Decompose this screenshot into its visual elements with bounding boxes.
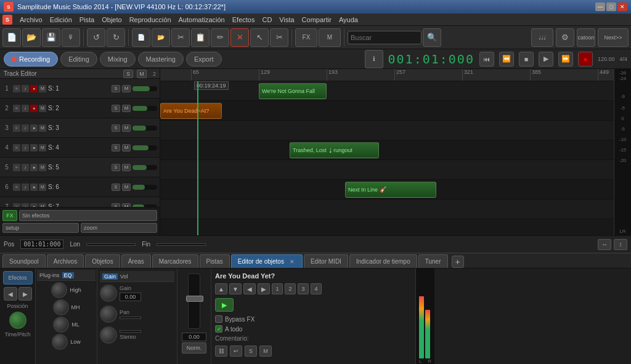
mastering-mode-button[interactable]: Mastering bbox=[138, 52, 184, 67]
nav-down-button[interactable]: ▼ bbox=[229, 283, 242, 294]
zoom-button[interactable]: zoom bbox=[81, 223, 157, 233]
object-play-button[interactable]: ▶ bbox=[215, 298, 234, 312]
gain-tab[interactable]: Gain bbox=[102, 273, 118, 280]
scissors-button[interactable]: ✂ bbox=[270, 28, 288, 47]
plug-ins-tab[interactable]: Plug-ins bbox=[39, 272, 60, 278]
lon-value[interactable] bbox=[86, 243, 136, 246]
recording-mode-button[interactable]: Recording bbox=[4, 52, 58, 67]
info-button[interactable]: catoon bbox=[577, 28, 595, 47]
tab-tuner[interactable]: Tuner bbox=[418, 254, 448, 268]
track-solo-btn[interactable]: S bbox=[112, 184, 120, 191]
metronome-button[interactable]: ♩♩♩ bbox=[531, 28, 553, 47]
track-rec-icon[interactable]: ● bbox=[30, 144, 38, 152]
gain-knob[interactable] bbox=[100, 285, 117, 302]
track-mute-btn[interactable]: M bbox=[122, 144, 131, 152]
track-mute-btn[interactable]: M bbox=[122, 105, 131, 112]
track-mute-btn[interactable]: M bbox=[122, 164, 131, 171]
save-button[interactable]: 💾 bbox=[42, 28, 60, 47]
nav-left-button[interactable]: ◀ bbox=[4, 287, 17, 301]
gain-value[interactable]: 0.00 bbox=[120, 293, 141, 301]
tab-areas[interactable]: Áreas bbox=[121, 254, 151, 268]
editing-mode-button[interactable]: Editing bbox=[60, 52, 97, 67]
audio-icon[interactable]: 🎙 bbox=[62, 28, 80, 47]
track-volume[interactable] bbox=[132, 185, 157, 190]
track-mute-icon[interactable]: M bbox=[39, 164, 46, 171]
groove-button[interactable]: M bbox=[319, 28, 341, 47]
redo-button[interactable]: ↻ bbox=[107, 28, 125, 47]
loop-button[interactable]: ↩ bbox=[230, 346, 242, 357]
mixing-mode-button[interactable]: Mixing bbox=[100, 52, 136, 67]
fader-track[interactable] bbox=[188, 273, 200, 329]
audio-clip[interactable]: Next In Line 🎸 bbox=[345, 182, 436, 198]
stereo-knob[interactable] bbox=[100, 326, 117, 344]
fx-track-button[interactable]: FX bbox=[2, 210, 17, 221]
pan-knob[interactable] bbox=[100, 305, 117, 323]
maximize-button[interactable]: □ bbox=[606, 2, 616, 11]
no-effects-button[interactable]: Sin efectos bbox=[19, 210, 157, 221]
obj-num-3[interactable]: 3 bbox=[298, 283, 309, 294]
tab-soundpool[interactable]: Soundpool bbox=[2, 254, 46, 268]
posicion-knob[interactable] bbox=[9, 312, 26, 329]
track-volume[interactable] bbox=[132, 204, 157, 207]
pos-nav-right[interactable]: ↕ bbox=[614, 239, 627, 250]
rewind-button[interactable]: ⏪ bbox=[499, 52, 514, 67]
editor-tab-close[interactable]: ✕ bbox=[288, 258, 296, 265]
nav-up-button[interactable]: ▲ bbox=[215, 283, 227, 294]
track-solo-btn[interactable]: S bbox=[112, 105, 120, 112]
link-button[interactable]: ⛓ bbox=[215, 346, 227, 357]
efectos-button[interactable]: Efectos bbox=[3, 271, 33, 285]
fx-button[interactable]: FX bbox=[295, 28, 317, 47]
menu-objeto[interactable]: Objeto bbox=[98, 14, 125, 26]
add-tab-button[interactable]: + bbox=[452, 256, 464, 268]
track-mute-btn[interactable]: M bbox=[122, 124, 131, 132]
menu-vista[interactable]: Vista bbox=[275, 14, 298, 26]
track-rec-icon[interactable]: ● bbox=[30, 164, 38, 171]
track-solo-btn[interactable]: S bbox=[112, 85, 120, 92]
menu-cd[interactable]: CD bbox=[258, 14, 275, 26]
track-mute-btn[interactable]: M bbox=[122, 85, 131, 92]
open-button[interactable]: 📂 bbox=[22, 28, 41, 47]
new-button[interactable]: 📄 bbox=[2, 28, 21, 47]
track-solo-btn[interactable]: S bbox=[112, 164, 120, 171]
m-button[interactable]: M bbox=[137, 70, 147, 78]
fin-value[interactable] bbox=[157, 243, 206, 246]
pencil-button[interactable]: ✏ bbox=[211, 28, 229, 47]
new-track-button[interactable]: 📄 bbox=[132, 28, 150, 47]
a-todo-checkbox[interactable]: ✓ bbox=[215, 325, 222, 333]
track-volume[interactable] bbox=[132, 126, 157, 131]
open-track-button[interactable]: 📂 bbox=[152, 28, 170, 47]
close-button[interactable]: ✕ bbox=[617, 2, 627, 11]
eq-mh-knob[interactable] bbox=[53, 299, 69, 315]
track-rec-icon[interactable]: ● bbox=[30, 85, 38, 92]
extra-button[interactable]: Next>> bbox=[598, 28, 629, 47]
undo-button[interactable]: ↺ bbox=[87, 28, 105, 47]
track-mute-icon[interactable]: M bbox=[39, 105, 46, 112]
tab-marcadores[interactable]: Marcadores bbox=[152, 254, 198, 268]
cross-tool-button[interactable]: ✕ bbox=[230, 28, 249, 47]
search-button[interactable]: 🔍 bbox=[423, 28, 441, 47]
app-menu-icon[interactable]: S bbox=[2, 15, 12, 25]
s-obj-button[interactable]: S bbox=[245, 346, 257, 357]
track-mute-icon[interactable]: M bbox=[39, 124, 46, 132]
track-solo-btn[interactable]: S bbox=[112, 124, 120, 132]
info-i-button[interactable]: ℹ bbox=[365, 50, 383, 68]
menu-pista[interactable]: Pista bbox=[76, 14, 98, 26]
stop-button[interactable]: ■ bbox=[519, 52, 534, 67]
fader-value[interactable]: 0.00 bbox=[182, 333, 206, 341]
menu-reproduccion[interactable]: Reproducción bbox=[126, 14, 175, 26]
track-mute-icon[interactable]: M bbox=[39, 184, 46, 191]
go-start-button[interactable]: ⏮ bbox=[479, 52, 494, 67]
cursor-button[interactable]: ↖ bbox=[250, 28, 269, 47]
stereo-value[interactable] bbox=[120, 330, 141, 333]
track-solo-btn[interactable]: S bbox=[112, 144, 120, 152]
audio-clip[interactable]: We're Not Gonna Fall bbox=[259, 83, 327, 99]
track-volume[interactable] bbox=[132, 86, 157, 91]
obj-num-2[interactable]: 2 bbox=[285, 283, 296, 294]
pos-nav-left[interactable]: ↔ bbox=[598, 239, 611, 250]
track-volume[interactable] bbox=[132, 106, 157, 111]
minimize-button[interactable]: — bbox=[595, 2, 605, 11]
nav-right-button[interactable]: ▶ bbox=[18, 287, 32, 301]
settings-button[interactable]: ⚙ bbox=[556, 28, 574, 47]
track-mute-icon[interactable]: M bbox=[39, 144, 46, 152]
menu-compartir[interactable]: Compartir bbox=[298, 14, 335, 26]
